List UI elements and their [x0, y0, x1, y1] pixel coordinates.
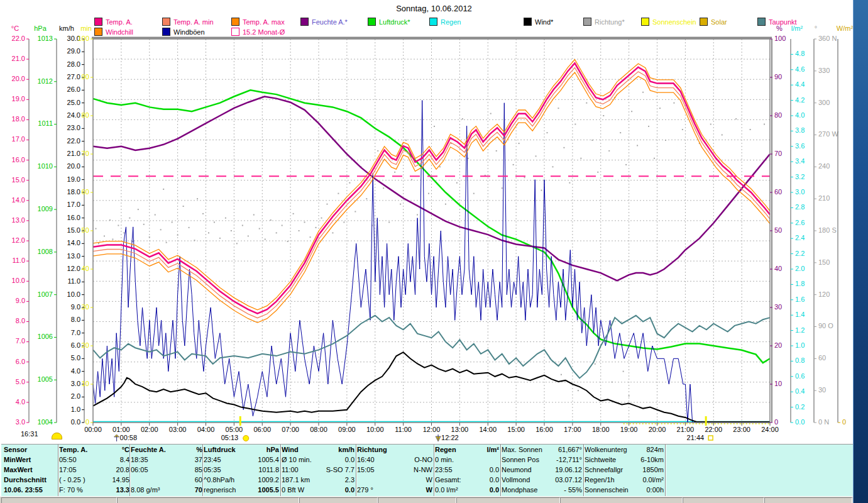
- svg-text:14.0: 14.0: [67, 239, 80, 246]
- table-cell: N-NW: [414, 466, 432, 475]
- svg-text:70: 70: [774, 150, 782, 157]
- table-cell: 05:35: [204, 466, 221, 475]
- svg-text:150: 150: [818, 258, 830, 266]
- table-cell: Feuchte A.: [131, 446, 166, 455]
- status-segment: [456, 497, 560, 503]
- day-length-sun-icon: [52, 433, 62, 439]
- table-cell: Regen/1h: [585, 476, 615, 485]
- svg-text:80: 80: [82, 111, 89, 119]
- table-data-row: 18:3537: [131, 456, 202, 465]
- table-cell: Ø 10 min.: [282, 456, 312, 465]
- svg-text:0.0: 0.0: [71, 418, 80, 426]
- table-cell: Regen: [435, 446, 456, 455]
- moonrise-time: 00:58: [120, 434, 138, 441]
- table-cell: °C: [122, 446, 129, 455]
- table-cell: W: [426, 486, 432, 495]
- moonset-time: 12:22: [441, 434, 459, 441]
- table-cell: hPa: [266, 446, 279, 455]
- table-cell: MinWert: [4, 456, 31, 465]
- sunset-time: 21:44: [687, 434, 705, 441]
- table-cell: S-SO 7.7: [326, 466, 354, 475]
- table-divider: [356, 445, 357, 496]
- table-cell: l/m²: [486, 446, 499, 455]
- svg-text:9.0: 9.0: [71, 303, 80, 311]
- table-cell: Sichtweite: [585, 456, 616, 465]
- svg-text:4.0: 4.0: [71, 367, 80, 375]
- svg-text:20.0: 20.0: [67, 162, 80, 170]
- svg-text:min: min: [80, 25, 92, 32]
- svg-text:10: 10: [82, 380, 89, 387]
- table-column-regen: Regenl/m²0 min.23:550.0Gesamt:0.00.0 l/m…: [435, 445, 499, 496]
- svg-text:2.8: 2.8: [795, 203, 805, 211]
- table-cell: -12,711°: [556, 456, 582, 465]
- table-cell: Gesamt:: [435, 476, 461, 485]
- svg-text:4.0: 4.0: [16, 398, 25, 406]
- table-cell: ^0.8hPa/h: [204, 476, 234, 485]
- svg-text:300: 300: [818, 99, 830, 106]
- svg-text:08:00: 08:00: [310, 426, 327, 433]
- svg-text:330: 330: [818, 67, 830, 74]
- svg-text:24.0: 24.0: [67, 111, 80, 119]
- table-data-row: Ø 10 min.0.0: [282, 456, 354, 465]
- svg-text:28.0: 28.0: [67, 60, 80, 68]
- table-cell: F: 70 %: [59, 486, 83, 495]
- table-cell: 0 min.: [435, 456, 454, 465]
- svg-text:6.0: 6.0: [16, 358, 25, 365]
- table-cell: 1011.8: [258, 466, 279, 475]
- table-data-row: ^0.8hPa/h1009.2: [204, 476, 279, 485]
- sunset-square-icon: [708, 436, 713, 440]
- table-cell: W: [426, 476, 432, 485]
- svg-text:15.0: 15.0: [12, 176, 25, 184]
- svg-text:2.6: 2.6: [795, 219, 805, 226]
- table-divider: [434, 445, 435, 496]
- table-data-row: 05:351011.8: [204, 466, 279, 475]
- svg-text:1004: 1004: [38, 418, 53, 426]
- table-cell: Mondphase: [502, 486, 538, 495]
- table-cell: 0 Bft W: [282, 486, 304, 495]
- table-data-row: 0 Bft W0.0: [282, 486, 354, 495]
- table-data-row: 0.0 l/m²0.0: [435, 486, 499, 495]
- table-row-label: Durchschnitt: [4, 476, 58, 485]
- table-cell: MaxWert: [4, 466, 33, 475]
- svg-text:20.0: 20.0: [12, 75, 25, 82]
- table-cell: Luftdruck: [204, 446, 236, 455]
- table-column-info1: Max. Sonnen61,667°Sonnen Pos-12,711°Neum…: [502, 445, 582, 496]
- table-cell: 60: [195, 476, 202, 485]
- svg-text:1006: 1006: [38, 333, 53, 340]
- table-column-temp-a-: Temp. A.°C05:508.417:0520.8( - 0.25 )14.…: [59, 445, 129, 496]
- status-segment: [299, 497, 378, 503]
- table-cell: Durchschnitt: [4, 476, 47, 485]
- table-data-row: 8.08 g/m³70: [131, 486, 202, 495]
- table-cell: Vollmond: [502, 476, 530, 485]
- svg-text:l/m²: l/m²: [791, 25, 803, 32]
- svg-text:9.0: 9.0: [16, 297, 25, 304]
- table-cell: O-NO: [414, 456, 432, 465]
- table-cell: Wolkenunterg: [585, 446, 627, 455]
- table-divider: [665, 445, 666, 496]
- table-divider: [280, 445, 282, 496]
- table-cell: 0.0 l/m²: [435, 486, 458, 495]
- table-cell: 279 °: [357, 486, 373, 495]
- table-cell: 23:45: [204, 456, 221, 465]
- table-cell: 70: [195, 486, 202, 495]
- svg-text:12:00: 12:00: [423, 426, 441, 433]
- table-column-luftdruck: LuftdruckhPa23:451005.405:351011.8^0.8hP…: [204, 445, 279, 496]
- svg-text:4.6: 4.6: [795, 65, 805, 73]
- table-info-row: Wolkenunterg824m: [585, 446, 664, 455]
- svg-text:0.2: 0.2: [795, 403, 805, 411]
- table-data-row: 11:00S-SO 7.7: [282, 466, 354, 475]
- table-column-wind: Windkm/hØ 10 min.0.011:00S-SO 7.7187.1 k…: [282, 445, 354, 496]
- table-header-row: Feuchte A.%: [131, 446, 202, 455]
- svg-text:03:00: 03:00: [169, 426, 187, 433]
- status-segment: [560, 497, 683, 503]
- svg-text:27.0: 27.0: [67, 73, 80, 80]
- svg-text:0.0: 0.0: [795, 418, 805, 426]
- table-cell: 15:05: [357, 466, 375, 475]
- table-column-sensor: SensorMinWertMaxWertDurchschnitt10.06. 2…: [4, 445, 58, 496]
- svg-text:17.0: 17.0: [12, 135, 25, 143]
- table-header-row: Regenl/m²: [435, 446, 499, 455]
- svg-text:7.0: 7.0: [71, 329, 80, 336]
- table-column-richtung: Richtung16:40O-NO15:05N-NWW279 °W: [357, 445, 432, 496]
- table-info-row: Schneefallgr1850m: [585, 466, 664, 475]
- table-data-row: 187.1 km2.3: [282, 476, 354, 485]
